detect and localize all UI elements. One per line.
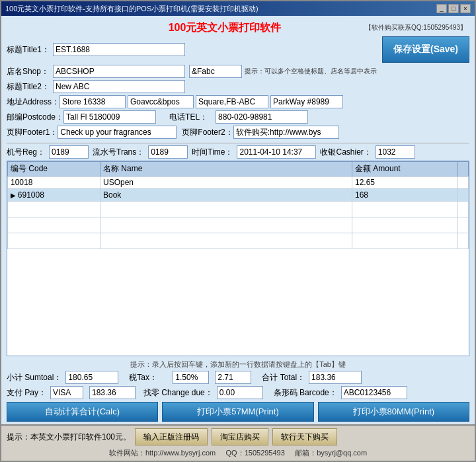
col-amount: 金额 Amount bbox=[352, 162, 458, 176]
machine-input[interactable] bbox=[49, 145, 89, 159]
cell-name: Book bbox=[100, 189, 352, 202]
main-window: 100元英文小票打印软件-支持所有接口的POS小票打印机(需要安装打印机驱动) … bbox=[0, 0, 476, 462]
footer-website: 软件网站：http://www.bysyrj.com bbox=[109, 449, 216, 457]
register-button[interactable]: 输入正版注册码 bbox=[135, 428, 208, 445]
trans-label: 流水号Trans： bbox=[93, 147, 144, 158]
cell-extra bbox=[458, 189, 469, 202]
support-text: 【软件购买联系QQ:1505295493】 bbox=[344, 23, 469, 32]
print57-button[interactable]: 打印小票57MM(Print) bbox=[162, 402, 313, 422]
barcode-label: 条形码 Barcode： bbox=[274, 387, 337, 399]
total-input[interactable] bbox=[309, 371, 362, 384]
row-arrow-icon: ▶ bbox=[11, 192, 18, 199]
pay-method-input[interactable] bbox=[50, 386, 83, 399]
maximize-button[interactable]: □ bbox=[448, 4, 459, 13]
cashier-input[interactable] bbox=[376, 145, 415, 159]
trans-input[interactable] bbox=[148, 145, 188, 159]
cell-empty bbox=[458, 202, 469, 217]
col-name: 名称 Name bbox=[100, 162, 352, 176]
close-button[interactable]: × bbox=[460, 4, 471, 13]
cell-empty bbox=[100, 202, 352, 217]
footer2-label: 页脚Footer2： bbox=[182, 127, 233, 138]
cell-name: USOpen bbox=[100, 176, 352, 189]
main-panel: 100元英文小票打印软件 【软件购买联系QQ:1505295493】 标题Tit… bbox=[1, 16, 475, 424]
items-table: 编号 Code 名称 Name 金额 Amount 10018 USOpen 1… bbox=[7, 161, 469, 249]
title1-label: 标题Title1： bbox=[7, 44, 53, 56]
total-label: 合计 Total： bbox=[262, 372, 305, 383]
table-row[interactable]: ▶ 691008 Book 168 bbox=[8, 189, 469, 202]
footer-row: 页脚Footer1： 页脚Footer2： bbox=[7, 126, 469, 139]
address1-input[interactable] bbox=[60, 95, 126, 108]
change-label: 找零 Change due： bbox=[143, 387, 213, 399]
machine-label: 机号Reg： bbox=[7, 147, 45, 158]
cell-code: ▶ 691008 bbox=[8, 189, 100, 202]
time-label: 时间Time： bbox=[192, 147, 233, 158]
cashier-label: 收银Cashier： bbox=[320, 147, 371, 158]
col-code: 编号 Code bbox=[8, 162, 100, 176]
footer1-label: 页脚Footer1： bbox=[7, 127, 58, 138]
calc-section: 小计 Sumtoal： 税Tax： 合计 Total： 支付 Pay： 找零 C… bbox=[7, 371, 469, 399]
shop-extra-input[interactable] bbox=[189, 65, 242, 78]
minimize-button[interactable]: _ bbox=[436, 4, 447, 13]
cell-code: 10018 bbox=[8, 176, 100, 189]
postcode-label: 邮编Postcode： bbox=[7, 112, 63, 123]
ruanxing-button[interactable]: 软行天下购买 bbox=[272, 428, 337, 445]
table-body: 10018 USOpen 12.65 ▶ 691008 Book 168 bbox=[8, 176, 469, 249]
window-title: 100元英文小票打印软件-支持所有接口的POS小票打印机(需要安装打印机驱动) bbox=[5, 4, 258, 14]
title1-input[interactable] bbox=[53, 43, 185, 56]
postcode-input[interactable] bbox=[63, 110, 156, 124]
calc-button[interactable]: 自动计算合计(Calc) bbox=[7, 402, 158, 422]
barcode-input[interactable] bbox=[341, 386, 407, 399]
window-controls: _ □ × bbox=[436, 4, 471, 13]
footer2-input[interactable] bbox=[233, 126, 339, 139]
time-input[interactable] bbox=[237, 145, 316, 159]
bottom-hint-row: 提示：本英文小票打印软件100元。 输入正版注册码 淘宝店购买 软行天下购买 bbox=[7, 428, 469, 445]
subtotal-label: 小计 Sumtoal： bbox=[7, 372, 61, 383]
phone-input[interactable] bbox=[216, 110, 308, 124]
save-button[interactable]: 保存设置(Save) bbox=[382, 36, 469, 63]
shop-hint: 提示：可以多个空格使标题、店名等居中表示 bbox=[245, 67, 377, 76]
shop-input[interactable] bbox=[53, 65, 185, 78]
pay-row: 支付 Pay： 找零 Change due： 条形码 Barcode： bbox=[7, 386, 469, 399]
title2-row: 标题Title2： bbox=[7, 80, 469, 93]
table-header: 编号 Code 名称 Name 金额 Amount bbox=[8, 162, 469, 176]
app-title: 100元英文小票打印软件 bbox=[169, 19, 282, 36]
title2-label: 标题Title2： bbox=[7, 81, 53, 93]
cell-empty bbox=[8, 202, 100, 217]
title-bar: 100元英文小票打印软件-支持所有接口的POS小票打印机(需要安装打印机驱动) … bbox=[1, 1, 475, 16]
table-hint: 提示：录入后按回车键，添加新的一行数据请按键盘上的【Tab】键 bbox=[7, 360, 469, 369]
form-section: 标题Title1： 保存设置(Save) 店名Shop： 提示：可以多个空格使标… bbox=[7, 36, 469, 141]
change-input[interactable] bbox=[217, 386, 263, 399]
items-table-container: 编号 Code 名称 Name 金额 Amount 10018 USOpen 1… bbox=[7, 161, 469, 356]
shop-label: 店名Shop： bbox=[7, 66, 53, 77]
footer-qq: QQ：1505295493 bbox=[226, 449, 285, 457]
address-row: 地址Address： bbox=[7, 95, 469, 108]
shop-row: 店名Shop： 提示：可以多个空格使标题、店名等居中表示 bbox=[7, 65, 469, 78]
address2-input[interactable] bbox=[128, 95, 194, 108]
table-row-empty[interactable] bbox=[8, 233, 469, 249]
table-row[interactable]: 10018 USOpen 12.65 bbox=[8, 176, 469, 189]
print80-button[interactable]: 打印小票80MM(Print) bbox=[318, 402, 469, 422]
bottom-section: 提示：本英文小票打印软件100元。 输入正版注册码 淘宝店购买 软行天下购买 软… bbox=[1, 424, 475, 461]
bottom-hint-text: 提示：本英文小票打印软件100元。 bbox=[7, 432, 131, 443]
tax-rate-input[interactable] bbox=[173, 371, 209, 384]
title2-input[interactable] bbox=[53, 80, 185, 93]
phone-label: 电话TEL： bbox=[169, 112, 216, 123]
cell-empty bbox=[352, 202, 458, 217]
col-scroll bbox=[458, 162, 469, 176]
subtotal-input[interactable] bbox=[65, 371, 118, 384]
postcode-row: 邮编Postcode： 电话TEL： bbox=[7, 110, 469, 124]
tax-value-input[interactable] bbox=[215, 371, 251, 384]
cell-extra bbox=[458, 176, 469, 189]
machine-row: 机号Reg： 流水号Trans： 时间Time： 收银Cashier： bbox=[7, 145, 469, 159]
address3-input[interactable] bbox=[196, 95, 268, 108]
address-label: 地址Address： bbox=[7, 96, 60, 108]
footer-row: 软件网站：http://www.bysyrj.com QQ：1505295493… bbox=[7, 448, 469, 458]
address4-input[interactable] bbox=[270, 95, 343, 108]
pay-value-input[interactable] bbox=[89, 386, 136, 399]
table-row-empty[interactable] bbox=[8, 217, 469, 233]
taobao-button[interactable]: 淘宝店购买 bbox=[212, 428, 268, 445]
subtotal-row: 小计 Sumtoal： 税Tax： 合计 Total： bbox=[7, 371, 469, 384]
table-row-empty[interactable] bbox=[8, 202, 469, 217]
tax-label: 税Tax： bbox=[129, 372, 169, 383]
footer1-input[interactable] bbox=[58, 126, 177, 139]
